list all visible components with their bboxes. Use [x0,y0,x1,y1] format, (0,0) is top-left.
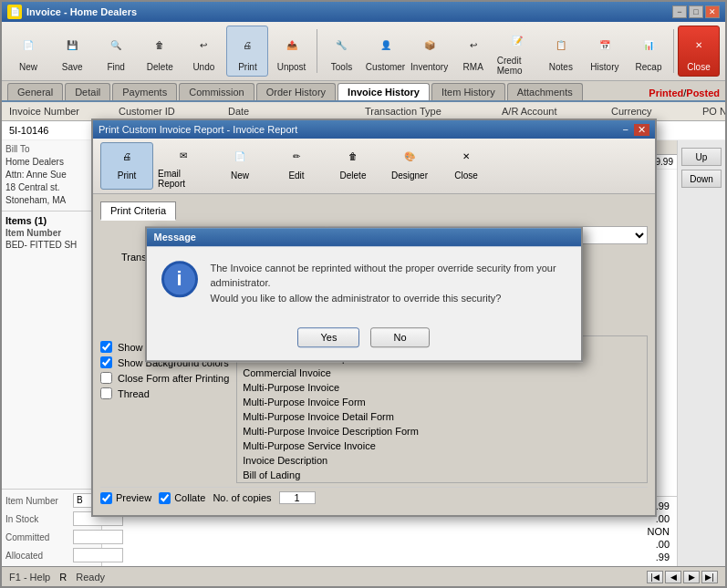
subtotal-row-3: .00 [656,539,670,550]
maximize-button[interactable]: □ [689,5,703,18]
dialog-edit-button[interactable]: ✏ Edit [270,142,323,190]
dialog-edit-icon: ✏ [284,143,309,169]
tab-detail[interactable]: Detail [65,83,110,100]
tab-invoice-history[interactable]: Invoice History [338,83,430,100]
nav-last[interactable]: ▶| [701,571,718,583]
new-button[interactable]: 📄 New [7,26,49,77]
credit-memo-icon: 📝 [503,26,532,54]
find-icon: 🔍 [101,31,130,60]
dialog-close-button[interactable]: ✕ Close [440,142,493,190]
print-dialog-toolbar: 🖨 Print ✉ Email Report 📄 New ✏ Edit 🗑 De… [93,139,655,194]
bill-to-section: Bill To Home Dealers Attn: Anne Sue 18 C… [2,140,101,211]
dialog-designer-button[interactable]: 🎨 Designer [383,142,436,190]
tab-bar: General Detail Payments Commission Order… [2,81,725,102]
dialog-new-button[interactable]: 📄 New [213,142,266,190]
tools-button[interactable]: 🔧 Tools [320,26,362,77]
history-icon: 📅 [590,31,619,60]
unpost-icon: 📤 [277,31,306,60]
ready-status: Ready [76,572,105,583]
inventory-button[interactable]: 📦 Inventory [409,26,451,77]
rma-icon: ↩ [459,31,488,60]
preview-checkbox[interactable] [100,492,112,504]
window-title: Invoice - Home Dealers [26,6,137,17]
print-dialog-close[interactable]: ✕ [634,124,649,136]
message-title-bar: Message [147,228,581,246]
nav-buttons: |◀ ◀ ▶ ▶| [647,571,718,583]
yes-button[interactable]: Yes [297,327,359,347]
report-item-9[interactable]: Bill of Lading [237,468,647,482]
report-item-7[interactable]: Multi-Purpose Service Invoice [237,438,647,453]
inventory-icon: 📦 [415,31,444,60]
tab-attachments[interactable]: Attachments [507,83,583,100]
unpost-button[interactable]: 📤 Unpost [270,26,312,77]
message-dialog: Message i The Invoice cannot be reprinte… [145,226,583,363]
copies-label: No. of copies [213,492,271,503]
close-button[interactable]: ✕ [705,5,720,18]
subtotal-row-4: .99 [656,552,670,562]
dialog-delete-button[interactable]: 🗑 Delete [327,142,379,190]
subtotal-row-2: NON [648,526,670,537]
credit-memo-button[interactable]: 📝 Credit Memo [496,26,538,77]
save-button[interactable]: 💾 Save [51,26,93,77]
allocated-row: Allocated [5,548,98,562]
tab-payments[interactable]: Payments [112,83,177,100]
print-criteria-tab[interactable]: Print Criteria [100,201,176,221]
history-button[interactable]: 📅 History [584,26,626,77]
print-button[interactable]: 🖨 Print [226,26,268,77]
undo-icon: ↩ [189,31,218,60]
preview-control: Preview [100,492,151,504]
minimize-button[interactable]: − [672,5,687,18]
delete-button[interactable]: 🗑 Delete [139,26,181,77]
tab-order-history[interactable]: Order History [256,83,336,100]
tab-item-history[interactable]: Item History [431,83,505,100]
copies-input[interactable] [279,491,316,504]
dialog-email-button[interactable]: ✉ Email Report [157,142,210,190]
tab-general[interactable]: General [7,83,63,100]
rma-button[interactable]: ↩ RMA [452,26,494,77]
title-bar: 📄 Invoice - Home Dealers − □ ✕ [2,2,725,22]
nav-prev[interactable]: ◀ [665,571,681,583]
report-item-5[interactable]: Multi-Purpose Invoice Detail Form [237,409,647,424]
report-item-3[interactable]: Multi-Purpose Invoice [237,380,647,395]
message-text: The Invoice cannot be reprinted without … [211,261,566,306]
tab-commission[interactable]: Commission [179,83,254,100]
dialog-delete-icon: 🗑 [340,143,366,169]
nav-first[interactable]: |◀ [647,571,663,583]
status-label: Printed/Posted [649,88,720,100]
message-title: Message [154,232,196,242]
report-item-4[interactable]: Multi-Purpose Invoice Form [237,395,647,409]
print-dialog-minimize[interactable]: − [619,124,632,136]
col-ar-account: A/R Account [498,104,608,119]
show-payments-checkbox[interactable] [100,341,112,353]
customer-button[interactable]: 👤 Customer [365,26,407,77]
subtotal-row-1: .00 [656,513,670,524]
dialog-email-icon: ✉ [171,143,196,167]
left-panel: Bill To Home Dealers Attn: Anne Sue 18 C… [2,140,102,566]
customer-icon: 👤 [371,31,400,60]
up-button[interactable]: Up [681,148,722,166]
items-column-header: Item Number [5,228,98,238]
close-toolbar-icon: ✕ [684,31,713,60]
thread-row: Thread [100,387,229,399]
allocated-label: Allocated [5,551,69,561]
no-button[interactable]: No [370,327,429,347]
close-after-checkbox[interactable] [100,372,112,384]
report-item-8[interactable]: Invoice Description [237,453,647,468]
find-button[interactable]: 🔍 Find [95,26,137,77]
message-info-icon: i [161,261,198,297]
committed-row: Committed [5,530,98,544]
report-item-6[interactable]: Multi-Purpose Invoice Description Form [237,424,647,438]
undo-button[interactable]: ↩ Undo [182,26,224,77]
collate-checkbox[interactable] [159,492,171,504]
thread-checkbox[interactable] [100,387,112,399]
close-toolbar-button[interactable]: ✕ Close [678,26,720,77]
down-button[interactable]: Down [681,170,722,188]
print-icon: 🖨 [233,31,262,60]
report-item-2[interactable]: Commercial Invoice [237,366,647,380]
dialog-print-button[interactable]: 🖨 Print [100,142,153,190]
collate-control: Collate [159,492,205,504]
show-background-checkbox[interactable] [100,356,112,368]
notes-button[interactable]: 📋 Notes [540,26,582,77]
nav-next[interactable]: ▶ [683,571,700,583]
recap-button[interactable]: 📊 Recap [628,26,670,77]
